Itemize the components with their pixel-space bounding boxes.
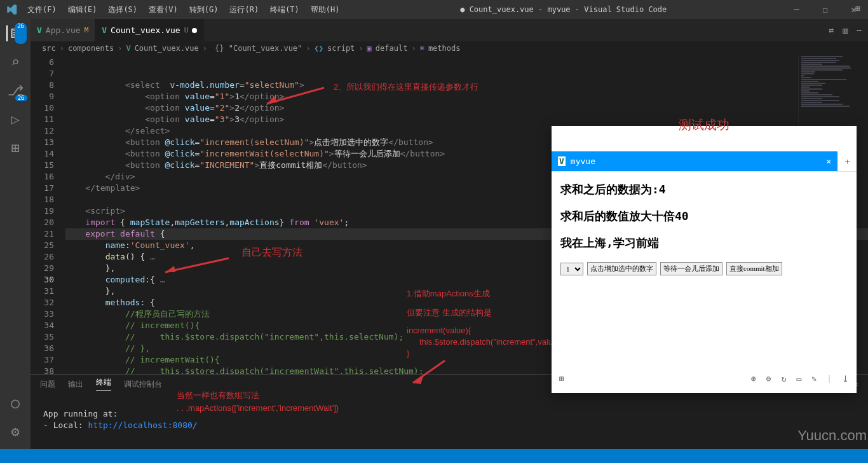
more-actions-icon[interactable]: ⋯ — [857, 25, 862, 35]
annotation-mapactions-3: increment(value){ — [407, 326, 471, 335]
svg-line-4 — [413, 361, 445, 383]
status-bar[interactable] — [0, 449, 868, 463]
fullscreen-icon[interactable]: ▭ — [797, 374, 802, 384]
download-icon[interactable]: ⤓ — [842, 374, 849, 384]
unsaved-dot-icon — [192, 28, 197, 33]
panel-tab-problems[interactable]: 问题 — [40, 379, 55, 390]
preview-multiply-label: 求和后的数值放大十倍40 — [560, 209, 848, 224]
annotation-mapactions-4: this.$store.dispatch("increment",value) — [419, 337, 560, 347]
zoom-out-icon[interactable]: ⊖ — [766, 374, 771, 384]
source-control-icon[interactable]: ⎇26 — [8, 83, 24, 99]
preview-wait-button[interactable]: 等待一会儿后添加 — [660, 262, 722, 275]
annotation: . . .mapActions(['increment','incrementW… — [177, 403, 339, 414]
svg-marker-5 — [413, 377, 423, 384]
annotation-mapactions-2: 但要注意 生成的结构是 — [407, 307, 492, 319]
menu-file[interactable]: 文件(F) — [22, 2, 62, 18]
menu-bar: 文件(F) 编辑(E) 选择(S) 查看(V) 转到(G) 运行(R) 终端(T… — [22, 2, 345, 18]
arrow-icon — [407, 357, 458, 389]
rotate-icon[interactable]: ↻ — [782, 374, 787, 384]
panel-tab-output[interactable]: 输出 — [68, 379, 83, 390]
run-debug-icon[interactable]: ▷ — [11, 111, 19, 127]
module-icon: ▣ — [367, 44, 372, 53]
annotation-self-write: 自己去写方法 — [241, 246, 302, 259]
local-url-link[interactable]: http://localhost:8080/ — [88, 420, 197, 430]
menu-terminal[interactable]: 终端(T) — [265, 2, 304, 18]
title-bar: 文件(F) 编辑(E) 选择(S) 查看(V) 转到(G) 运行(R) 终端(T… — [0, 0, 868, 19]
vscode-logo-icon — [0, 4, 22, 15]
split-editor-icon[interactable]: ▥ — [843, 25, 848, 35]
window-title: ● Count_vuex.vue - myvue - Visual Studio… — [345, 5, 783, 14]
method-icon: ⌘ — [420, 44, 424, 53]
activity-bar: 🗎26 ⌕ ⎇26 ▷ ⊞ ◯ ⚙ — [0, 19, 31, 449]
menu-edit[interactable]: 编辑(E) — [63, 2, 102, 18]
preview-banner: 测试成功 — [552, 116, 857, 134]
preview-tab[interactable]: V myvue ✕ — [552, 151, 837, 171]
vue-file-icon: V — [102, 25, 107, 35]
line-numbers: 67891011121314151617181920 21 25 26 29 3… — [31, 55, 65, 374]
preview-location-label: 我在上海,学习前端 — [560, 235, 848, 251]
account-icon[interactable]: ◯ — [11, 395, 19, 411]
close-tab-icon[interactable]: ✕ — [826, 156, 831, 166]
tab-count-vuex[interactable]: V Count_vuex.vue U — [95, 19, 204, 41]
svg-marker-3 — [165, 266, 175, 272]
panel-tab-terminal[interactable]: 终端 — [96, 377, 111, 391]
preview-content: 求和之后的数据为:4 求和后的数值放大十倍40 我在上海,学习前端 1 点击增加… — [552, 172, 857, 286]
annotation: 当然一样也有数组写法 — [177, 390, 259, 401]
maximize-icon[interactable]: ☐ — [811, 4, 839, 15]
menu-select[interactable]: 选择(S) — [103, 2, 142, 18]
extensions-icon[interactable]: ⊞ — [11, 140, 19, 156]
settings-gear-icon[interactable]: ⚙ — [11, 424, 19, 439]
compare-changes-icon[interactable]: ⇄ — [829, 25, 834, 35]
editor-tabs: V App.vue M V Count_vuex.vue U ⇄ ▥ ⋯ — [31, 19, 868, 41]
zoom-in-icon[interactable]: ⊕ — [751, 374, 756, 384]
preview-panel: 测试成功 V myvue ✕ ＋ 求和之后的数据为:4 求和后的数值放大十倍40… — [552, 126, 857, 393]
annotation-mapactions-5: } — [407, 349, 409, 358]
minimize-icon[interactable]: ─ — [782, 4, 811, 15]
annotation-2: 2、所以我们得在这里直接传递参数才行 — [334, 81, 478, 93]
annotation-mapactions-1: 1.借助mapActions生成 — [407, 288, 490, 300]
layout-toggle-icon[interactable]: ⊞ — [855, 4, 860, 13]
arrow-icon — [159, 253, 235, 279]
preview-commit-button[interactable]: 直接commit相加 — [726, 262, 782, 275]
svg-marker-1 — [267, 96, 277, 104]
script-icon: ❮❯ — [315, 44, 323, 53]
menu-view[interactable]: 查看(V) — [144, 2, 183, 18]
menu-run[interactable]: 运行(R) — [224, 2, 264, 18]
menu-goto[interactable]: 转到(G) — [184, 2, 224, 18]
preview-number-select[interactable]: 1 — [560, 263, 583, 275]
preview-sum-label: 求和之后的数据为:4 — [560, 182, 848, 197]
vue-file-icon: V — [37, 25, 42, 35]
tab-app-vue[interactable]: V App.vue M — [31, 19, 95, 41]
close-icon[interactable]: ✕ — [839, 4, 868, 15]
terminal-body[interactable]: 当然一样也有数组写法 . . .mapActions(['increment',… — [31, 394, 868, 449]
menu-help[interactable]: 帮助(H) — [306, 2, 345, 18]
panel-tab-debug[interactable]: 调试控制台 — [124, 379, 162, 390]
explorer-icon[interactable]: 🗎26 — [6, 25, 23, 41]
breadcrumb[interactable]: src› components› VCount_vuex.vue› {} "Co… — [31, 41, 868, 55]
add-tab-icon[interactable]: ＋ — [837, 151, 857, 171]
preview-increment-button[interactable]: 点击增加选中的数字 — [587, 262, 656, 275]
watermark: Yuucn.com — [797, 427, 867, 444]
grid-icon[interactable]: ⊞ — [559, 374, 564, 384]
vue-icon: V — [558, 156, 566, 166]
preview-toolbar: ⊞ ⊕ ⊖ ↻ ▭ ✎ | ⤓ — [552, 369, 857, 388]
scm-badge: 26 — [15, 95, 27, 101]
arrow-icon — [261, 85, 330, 110]
search-icon[interactable]: ⌕ — [11, 54, 19, 70]
edit-icon[interactable]: ✎ — [811, 374, 817, 384]
